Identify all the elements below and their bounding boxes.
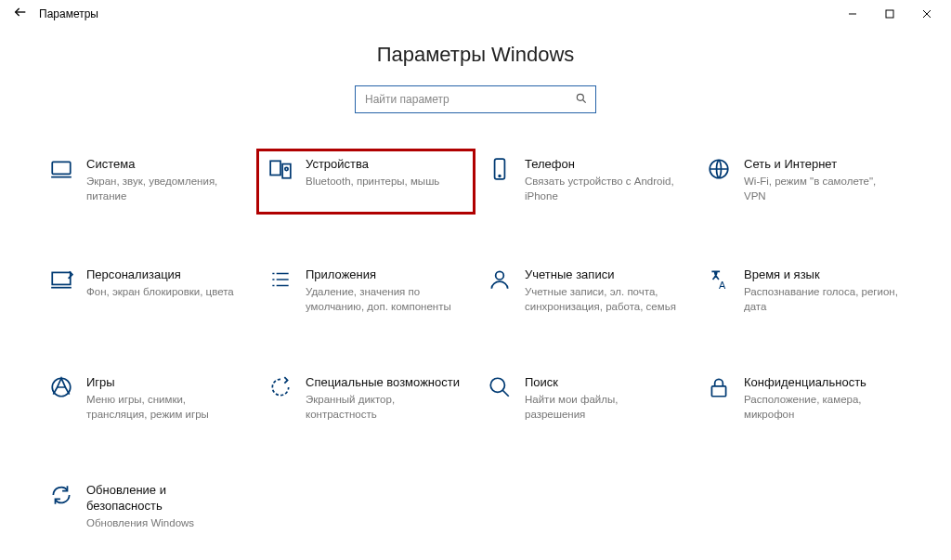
svg-rect-9 xyxy=(52,272,71,284)
tile-desc: Экран, звук, уведомления, питание xyxy=(86,175,241,203)
tile-label: Игры xyxy=(86,375,241,390)
tile-privacy[interactable]: Конфиденциальность Расположение, камера,… xyxy=(695,367,914,430)
svg-rect-3 xyxy=(270,161,280,175)
tile-desc: Распознавание голоса, регион, дата xyxy=(744,285,898,314)
settings-grid: Система Экран, звук, уведомления, питани… xyxy=(37,149,914,539)
svg-point-13 xyxy=(490,378,504,392)
lock-icon xyxy=(703,375,735,399)
search-icon xyxy=(575,92,588,108)
tile-phone[interactable]: Телефон Связать устройство с Android, iP… xyxy=(476,149,695,215)
svg-point-1 xyxy=(577,94,583,100)
tile-desc: Расположение, камера, микрофон xyxy=(744,393,898,422)
tile-label: Приложения xyxy=(306,267,460,282)
devices-icon xyxy=(265,157,296,181)
svg-point-5 xyxy=(285,167,288,170)
tile-desc: Связать устройство с Android, iPhone xyxy=(525,175,679,203)
window-title: Параметры xyxy=(32,7,98,20)
search-box[interactable] xyxy=(355,85,596,113)
apps-icon xyxy=(265,267,296,292)
gaming-icon xyxy=(46,375,77,399)
tile-devices[interactable]: Устройства Bluetooth, принтеры, мышь xyxy=(256,149,476,215)
tile-desc: Удаление, значения по умолчанию, доп. ко… xyxy=(306,285,460,314)
tile-desc: Bluetooth, принтеры, мышь xyxy=(306,175,439,189)
back-button[interactable] xyxy=(9,5,32,23)
tile-label: Поиск xyxy=(525,375,679,390)
tile-label: Устройства xyxy=(306,157,439,172)
accounts-icon xyxy=(484,267,515,292)
tile-apps[interactable]: Приложения Удаление, значения по умолчан… xyxy=(256,259,476,322)
tile-accounts[interactable]: Учетные записи Учетные записи, эл. почта… xyxy=(476,259,695,322)
tile-label: Обновление и безопасность xyxy=(86,483,241,514)
tile-label: Конфиденциальность xyxy=(744,375,898,390)
tile-update-security[interactable]: Обновление и безопасность Обновления Win… xyxy=(37,475,256,539)
tile-gaming[interactable]: Игры Меню игры, снимки, трансляция, режи… xyxy=(37,367,256,430)
svg-rect-2 xyxy=(52,162,71,174)
search-input[interactable] xyxy=(363,92,575,107)
tile-label: Телефон xyxy=(525,157,679,172)
tile-desc: Обновления Windows xyxy=(86,516,241,531)
svg-rect-14 xyxy=(711,386,725,397)
tile-desc: Экранный диктор, контрастность xyxy=(306,393,460,422)
tile-network[interactable]: Сеть и Интернет Wi-Fi, режим "в самолете… xyxy=(695,149,914,215)
tile-desc: Меню игры, снимки, трансляция, режим игр… xyxy=(86,393,241,422)
tile-desc: Фон, экран блокировки, цвета xyxy=(86,285,234,300)
update-icon xyxy=(46,483,77,507)
close-button[interactable] xyxy=(908,1,945,27)
time-language-icon: A xyxy=(703,267,735,292)
svg-rect-0 xyxy=(886,10,893,18)
minimize-button[interactable] xyxy=(834,1,871,27)
tile-ease-of-access[interactable]: Специальные возможности Экранный диктор,… xyxy=(256,367,476,430)
tile-personalization[interactable]: Персонализация Фон, экран блокировки, цв… xyxy=(37,259,256,322)
titlebar: Параметры xyxy=(0,0,951,28)
svg-text:A: A xyxy=(719,280,726,291)
search-tile-icon xyxy=(484,375,515,399)
tile-desc: Найти мои файлы, разрешения xyxy=(525,393,679,422)
phone-icon xyxy=(484,157,515,181)
tile-search[interactable]: Поиск Найти мои файлы, разрешения xyxy=(476,367,695,430)
svg-point-7 xyxy=(499,176,501,177)
tile-desc: Учетные записи, эл. почта, синхронизация… xyxy=(525,285,679,314)
page-heading: Параметры Windows xyxy=(0,43,951,67)
personalization-icon xyxy=(46,267,77,292)
system-icon xyxy=(46,157,77,181)
tile-label: Сеть и Интернет xyxy=(744,157,898,172)
svg-point-10 xyxy=(496,271,504,280)
tile-label: Персонализация xyxy=(86,267,234,282)
tile-label: Система xyxy=(86,157,241,172)
tile-label: Время и язык xyxy=(744,267,898,282)
ease-of-access-icon xyxy=(265,375,296,399)
globe-icon xyxy=(703,157,735,181)
tile-system[interactable]: Система Экран, звук, уведомления, питани… xyxy=(37,149,256,215)
maximize-button[interactable] xyxy=(871,1,908,27)
tile-desc: Wi-Fi, режим "в самолете", VPN xyxy=(744,175,898,203)
tile-time-language[interactable]: A Время и язык Распознавание голоса, рег… xyxy=(695,259,914,322)
tile-label: Специальные возможности xyxy=(306,375,460,390)
tile-label: Учетные записи xyxy=(525,267,679,282)
